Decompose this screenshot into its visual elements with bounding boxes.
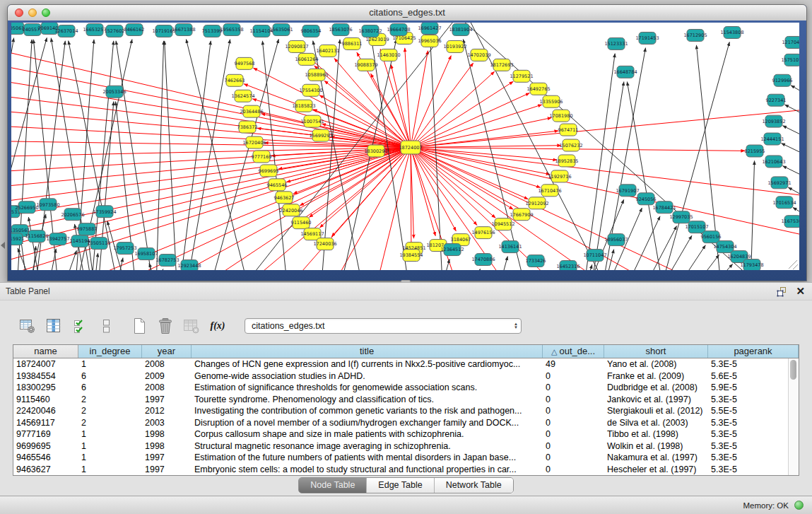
graph-node[interactable]: 13942757 <box>46 233 69 245</box>
graph-node[interactable]: 18563076 <box>329 23 352 35</box>
panel-collapse-arrow-icon[interactable] <box>1 242 5 249</box>
graph-node[interactable]: 16712905 <box>683 29 707 41</box>
table-row[interactable]: 969969511998Structural magnetic resonanc… <box>13 440 799 452</box>
graph-node[interactable]: 16791907 <box>616 185 639 197</box>
graph-node[interactable]: 25266950 <box>15 201 38 214</box>
graph-node[interactable]: 16380722 <box>358 25 382 37</box>
graph-node[interactable]: 12090817 <box>285 40 308 52</box>
graph-node[interactable]: 15076232 <box>559 139 582 151</box>
tab-node-table[interactable]: Node Table <box>299 478 366 493</box>
column-header-pagerank[interactable]: pagerank <box>708 345 799 358</box>
graph-node[interactable]: 15635061 <box>269 23 293 35</box>
graph-node[interactable]: 7462663 <box>225 74 245 86</box>
graph-node[interactable]: 9227341 <box>766 94 787 106</box>
graph-node[interactable]: 12923448 <box>177 260 201 270</box>
graph-node[interactable]: 18185823 <box>292 100 315 112</box>
table-row[interactable]: 946362711997Embryonic stem cells: a mode… <box>13 464 799 476</box>
graph-node[interactable]: 16648784 <box>613 66 637 78</box>
table-row[interactable]: 1456911722003Disruption of a novel membe… <box>13 417 799 429</box>
graph-node[interactable]: 15751074 <box>781 54 799 66</box>
graph-node[interactable]: 18956037 <box>604 234 628 246</box>
graph-node[interactable]: 17554300 <box>299 84 322 96</box>
graph-node[interactable]: 17016534 <box>772 197 796 209</box>
graph-node[interactable]: 19965036 <box>418 35 441 47</box>
show-columns-button[interactable] <box>43 316 64 336</box>
table-row[interactable]: 1938455462009Genome-wide association stu… <box>13 370 799 382</box>
graph-node[interactable]: 9777169 <box>252 151 272 163</box>
graph-node[interactable]: 16653257 <box>83 23 106 35</box>
graph-node[interactable]: 17470886 <box>471 254 495 266</box>
graph-node[interactable]: 16061264 <box>295 53 318 65</box>
column-header-out_de[interactable]: △out_de... <box>543 345 604 358</box>
graph-node[interactable]: 9699695 <box>259 165 279 177</box>
table-row[interactable]: 977716911998Corpus callosum shape and si… <box>13 428 799 440</box>
graph-node[interactable]: 18300295 <box>364 145 387 157</box>
graph-node[interactable]: 16958107 <box>134 248 158 260</box>
graph-node[interactable]: 18381904 <box>449 23 472 35</box>
modify-table-button[interactable] <box>17 316 38 336</box>
graph-node[interactable]: 14702039 <box>467 49 490 61</box>
graph-node[interactable]: 12170409 <box>782 36 799 48</box>
scrollbar-thumb[interactable] <box>790 360 796 380</box>
graph-node[interactable]: 20053346 <box>102 86 126 98</box>
graph-node[interactable]: 7513399 <box>202 25 223 37</box>
graph-node[interactable]: 10193922 <box>443 40 466 52</box>
graph-node[interactable]: 9245056 <box>636 193 657 205</box>
graph-node[interactable]: 9129966 <box>772 74 793 86</box>
graph-node[interactable]: 14136141 <box>498 241 522 253</box>
graph-node[interactable]: 16210643 <box>762 156 785 168</box>
window-titlebar[interactable]: citations_edges.txt <box>8 5 806 21</box>
graph-node[interactable]: 1733426 <box>526 255 546 267</box>
graph-node[interactable]: 9674711 <box>558 124 579 136</box>
graph-node[interactable]: 10945512 <box>491 218 514 230</box>
delete-table-button[interactable] <box>181 316 202 336</box>
graph-node[interactable]: 17359924 <box>93 206 116 218</box>
graph-node[interactable]: 13505115 <box>87 238 110 250</box>
graph-node[interactable]: 16782753 <box>155 255 179 267</box>
graph-node[interactable]: 19664708 <box>387 23 410 35</box>
table-row[interactable]: 911546021997Tourette syndrome. Phenomeno… <box>13 394 799 406</box>
canvas-resize-grip-icon[interactable] <box>789 260 798 269</box>
graph-node[interactable]: 18172693 <box>490 59 513 71</box>
graph-node[interactable]: 12637014 <box>54 25 78 37</box>
graph-hub-node[interactable]: 18724007 <box>399 141 422 154</box>
graph-node[interactable]: 16720406 <box>242 136 266 148</box>
graph-node[interactable]: 8215955 <box>745 145 765 157</box>
graph-node[interactable]: 7386372 <box>237 121 258 133</box>
graph-node[interactable]: 3915921 <box>11 233 24 245</box>
graph-node[interactable]: 8466162 <box>124 23 145 35</box>
graph-node[interactable]: 20364486 <box>240 105 263 117</box>
table-selector[interactable]: citations_edges.txt ▲▼ <box>245 318 522 334</box>
graph-node[interactable]: 15123331 <box>604 37 628 49</box>
graph-node[interactable]: 12364512 <box>440 244 464 256</box>
graph-node[interactable]: 9886311 <box>342 37 363 49</box>
graph-node[interactable]: 10711047 <box>583 250 606 262</box>
graph-node[interactable]: 17191453 <box>635 32 659 44</box>
graph-node[interactable]: 12093852 <box>762 115 785 127</box>
graph-node[interactable]: 15692971 <box>767 177 791 189</box>
graph-node[interactable]: 17240036 <box>313 238 336 250</box>
graph-node[interactable]: 10588965 <box>305 69 328 81</box>
graph-node[interactable]: 14976156 <box>471 227 495 239</box>
graph-node[interactable]: 9975887 <box>77 223 98 235</box>
graph-node[interactable]: 16961427 <box>418 23 441 34</box>
graph-node[interactable]: 17081980 <box>549 110 572 122</box>
graph-node[interactable]: 16402131 <box>316 45 339 57</box>
graph-node[interactable]: 11543808 <box>720 26 743 38</box>
graph-node[interactable]: 11793478 <box>740 259 763 270</box>
column-header-name[interactable]: name <box>13 345 78 358</box>
column-header-short[interactable]: short <box>604 345 708 358</box>
table-row[interactable]: 1830029562008Estimation of significance … <box>13 382 799 394</box>
graph-node[interactable]: 11929716 <box>548 170 571 182</box>
graph-node[interactable]: 11156829 <box>25 230 48 243</box>
network-canvas[interactable]: 1872400794975687462663136245742036448673… <box>11 23 799 270</box>
graph-node[interactable]: 12444151 <box>760 133 784 145</box>
column-header-year[interactable]: year <box>142 345 192 358</box>
float-panel-icon[interactable] <box>777 286 787 297</box>
tab-edge-table[interactable]: Edge Table <box>366 478 433 493</box>
graph-node[interactable]: 9115460 <box>291 217 312 229</box>
graph-node[interactable]: 9465546 <box>267 179 288 191</box>
graph-node[interactable]: 16492765 <box>526 83 550 95</box>
column-header-title[interactable]: title <box>192 345 543 358</box>
table-scrollbar[interactable] <box>788 358 799 475</box>
